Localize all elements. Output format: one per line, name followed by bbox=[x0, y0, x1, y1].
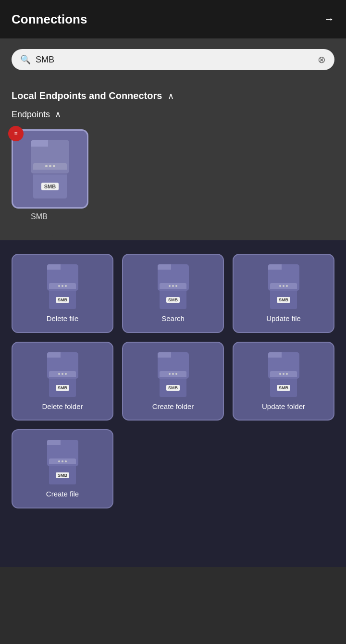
action-smb-3: SMB bbox=[277, 297, 290, 303]
action-file-body-6: SMB bbox=[270, 379, 297, 397]
section-title: Local Endpoints and Connectors bbox=[12, 90, 162, 101]
action-file-body-7: SMB bbox=[49, 466, 76, 484]
action-card-update-folder[interactable]: SMB Update folder bbox=[233, 342, 334, 421]
action-label-delete-folder: Delete folder bbox=[42, 402, 83, 411]
action-label-delete-file: Delete file bbox=[47, 314, 79, 323]
header: Connections → bbox=[0, 0, 346, 38]
action-card-update-file[interactable]: SMB Update file bbox=[233, 254, 334, 333]
smb-card-label: SMB bbox=[31, 212, 48, 221]
bottom-panel: SMB Delete file SMB Sear bbox=[0, 240, 346, 567]
search-section: 🔍 ⊗ bbox=[0, 38, 346, 81]
action-file-body-5: SMB bbox=[160, 379, 186, 397]
d3 bbox=[65, 285, 67, 287]
section-header: Local Endpoints and Connectors ∧ bbox=[12, 90, 334, 101]
section-chevron-icon[interactable]: ∧ bbox=[168, 91, 174, 101]
search-clear-button[interactable]: ⊗ bbox=[318, 54, 326, 65]
action-icon-update-file: SMB bbox=[268, 264, 299, 309]
d9 bbox=[286, 285, 288, 287]
search-bar-container: 🔍 ⊗ bbox=[12, 49, 334, 70]
d16 bbox=[279, 373, 281, 375]
collapse-icon[interactable]: → bbox=[324, 13, 334, 25]
cards-grid-top: ≡ SMB SMB bbox=[12, 129, 334, 231]
action-label-update-folder: Update folder bbox=[262, 402, 305, 411]
action-icon-search: SMB bbox=[158, 264, 189, 309]
d12 bbox=[65, 373, 67, 375]
action-card-create-file[interactable]: SMB Create file bbox=[12, 429, 113, 508]
d13 bbox=[169, 373, 171, 375]
action-icon-create-folder: SMB bbox=[158, 352, 189, 397]
subsection-header: Endpoints ∧ bbox=[12, 109, 334, 120]
action-card-search[interactable]: SMB Search bbox=[122, 254, 224, 333]
smb-badge: ≡ bbox=[8, 126, 24, 141]
subsection-title: Endpoints bbox=[12, 110, 50, 120]
d19 bbox=[58, 460, 60, 462]
tooltip-arrow-wrapper bbox=[0, 231, 346, 240]
action-smb-5: SMB bbox=[166, 385, 180, 391]
d18 bbox=[286, 373, 288, 375]
subsection-chevron-icon[interactable]: ∧ bbox=[55, 109, 61, 120]
d17 bbox=[283, 373, 284, 375]
local-endpoints-section: Local Endpoints and Connectors ∧ Endpoin… bbox=[0, 81, 346, 231]
dot3 bbox=[53, 165, 55, 167]
dot2 bbox=[49, 165, 51, 167]
smb-badge-icon: ≡ bbox=[14, 130, 17, 137]
action-smb-1: SMB bbox=[56, 297, 69, 303]
d14 bbox=[172, 373, 174, 375]
action-smb-6: SMB bbox=[277, 385, 290, 391]
d6 bbox=[175, 285, 177, 287]
search-icon: 🔍 bbox=[20, 54, 31, 65]
smb-file-icon: SMB bbox=[31, 140, 69, 198]
action-label-search: Search bbox=[161, 314, 185, 323]
action-card-create-folder[interactable]: SMB Create folder bbox=[122, 342, 224, 421]
action-file-body-4: SMB bbox=[49, 379, 76, 397]
action-smb-7: SMB bbox=[56, 472, 69, 478]
action-card-delete-file[interactable]: SMB Delete file bbox=[12, 254, 113, 333]
action-icon-delete-folder: SMB bbox=[47, 352, 78, 397]
action-card-delete-folder[interactable]: SMB Delete folder bbox=[12, 342, 113, 421]
d15 bbox=[175, 373, 177, 375]
action-label-update-file: Update file bbox=[266, 314, 301, 323]
tooltip-arrow bbox=[48, 231, 65, 240]
action-file-body-2: SMB bbox=[160, 291, 186, 309]
d21 bbox=[65, 460, 67, 462]
dot1 bbox=[45, 165, 48, 167]
search-input[interactable] bbox=[36, 55, 313, 65]
action-label-create-folder: Create folder bbox=[152, 402, 194, 411]
action-file-body-1: SMB bbox=[49, 291, 76, 309]
action-smb-2: SMB bbox=[166, 297, 180, 303]
action-icon-delete-file: SMB bbox=[47, 264, 78, 309]
action-label-create-file: Create file bbox=[46, 489, 79, 499]
d7 bbox=[279, 285, 281, 287]
d2 bbox=[62, 285, 63, 287]
file-body: SMB bbox=[33, 174, 67, 198]
action-icon-create-file: SMB bbox=[47, 440, 78, 484]
d20 bbox=[62, 460, 63, 462]
action-icon-update-folder: SMB bbox=[268, 352, 299, 397]
d10 bbox=[58, 373, 60, 375]
d8 bbox=[283, 285, 284, 287]
smb-label-badge: SMB bbox=[41, 183, 59, 190]
d4 bbox=[169, 285, 171, 287]
d11 bbox=[62, 373, 63, 375]
action-smb-4: SMB bbox=[56, 385, 69, 391]
d5 bbox=[172, 285, 174, 287]
page-title: Connections bbox=[12, 12, 87, 27]
actions-grid: SMB Delete file SMB Sear bbox=[12, 254, 334, 508]
d1 bbox=[58, 285, 60, 287]
action-file-body-3: SMB bbox=[270, 291, 297, 309]
smb-card[interactable]: ≡ SMB bbox=[12, 129, 88, 209]
